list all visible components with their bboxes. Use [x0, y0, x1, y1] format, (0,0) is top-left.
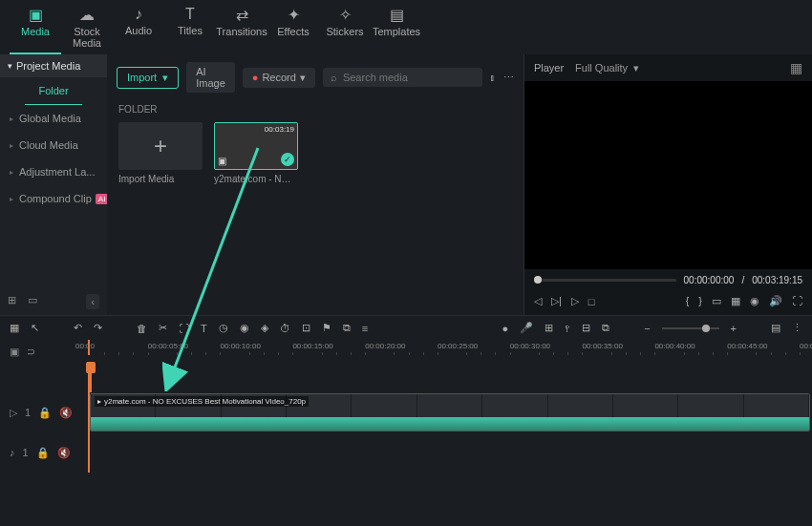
collapse-sidebar-icon[interactable]: ‹: [86, 294, 99, 309]
prev-frame-icon[interactable]: ◁: [534, 295, 542, 307]
zoom-in-icon[interactable]: +: [731, 323, 737, 334]
speed-icon[interactable]: ◷: [219, 322, 228, 334]
import-media-card[interactable]: + Import Media: [118, 122, 203, 184]
magnet-icon[interactable]: ⊃: [27, 346, 35, 358]
timeline-layout-icon[interactable]: ▣: [10, 346, 19, 358]
chevron-down-icon: ▾: [300, 72, 306, 84]
project-media-header[interactable]: ▾Project Media: [0, 54, 107, 77]
timeline-tracks: ▷ 1 🔒 🔇 ▸y2mate.com - NO EXCUSES Best Mo…: [0, 364, 812, 473]
ratio-icon[interactable]: ▭: [712, 295, 721, 307]
tab-audio[interactable]: ♪Audio: [113, 4, 164, 54]
zoom-out-icon[interactable]: −: [644, 323, 650, 334]
ruler-tick: 00:00:40:00: [654, 342, 694, 350]
group-icon[interactable]: ⧉: [343, 322, 351, 334]
crop-icon[interactable]: ⛶: [179, 323, 189, 334]
import-button[interactable]: Import▾: [117, 67, 179, 89]
voiceover-icon[interactable]: ●: [502, 323, 508, 334]
sidebar-item-cloud-media[interactable]: ▸Cloud Media: [0, 132, 107, 158]
camera-icon[interactable]: ◉: [750, 295, 759, 307]
record-button[interactable]: ●Record▾: [243, 68, 315, 88]
timeline-toolbar: ▦ ↖ ↶ ↷ 🗑 ✂ ⛶ T ◷ ◉ ◈ ⏱ ⊡ ⚑ ⧉ ≡ ● 🎤 ⊞ ⫯ …: [0, 315, 812, 340]
ruler-tick: 00:00:05:00: [148, 342, 188, 350]
more-icon[interactable]: ⋮: [792, 322, 802, 334]
play-back-icon[interactable]: ▷|: [551, 295, 562, 307]
playhead[interactable]: [90, 364, 92, 392]
adjust-icon[interactable]: ⫯: [565, 323, 570, 334]
new-folder-icon[interactable]: ⊞: [8, 294, 16, 309]
video-preview[interactable]: [524, 81, 812, 269]
video-clip[interactable]: ▸y2mate.com - NO EXCUSES Best Motivation…: [90, 393, 810, 431]
tab-stickers[interactable]: ✧Stickers: [319, 4, 371, 54]
cut-icon[interactable]: ✂: [159, 322, 167, 334]
marker-icon[interactable]: ⚑: [322, 322, 331, 334]
ruler-tick: 00:00:25:00: [438, 342, 478, 350]
sidebar-item-adjustment-layer[interactable]: ▸Adjustment La...: [0, 158, 107, 185]
titles-icon: T: [164, 6, 216, 23]
timer-icon[interactable]: ⏱: [280, 323, 290, 334]
tab-media[interactable]: ▣Media: [10, 4, 61, 54]
mixer-icon[interactable]: ⊞: [545, 322, 553, 334]
fit-icon[interactable]: ⊡: [302, 322, 310, 334]
mark-in-icon[interactable]: {: [686, 295, 690, 307]
zoom-slider[interactable]: [662, 327, 719, 329]
layout-icon[interactable]: ▦: [10, 322, 19, 334]
ruler-tick: 00:00:45:00: [727, 342, 767, 350]
redo-icon[interactable]: ↷: [94, 322, 102, 334]
play-icon[interactable]: ▷: [571, 295, 579, 307]
clip-type-icon: ▣: [218, 156, 226, 166]
scrubber[interactable]: [534, 279, 676, 282]
ruler-tick: 00:00: [75, 342, 95, 350]
stock-icon: ☁: [61, 6, 113, 24]
volume-icon[interactable]: 🔊: [769, 295, 782, 307]
lock-icon[interactable]: 🔒: [36, 447, 50, 459]
track-number: 1: [23, 447, 29, 458]
grid-icon[interactable]: ▦: [731, 295, 740, 307]
color-icon[interactable]: ◉: [240, 322, 249, 334]
sidebar-item-label: Cloud Media: [19, 139, 78, 151]
tab-effects[interactable]: ✦Effects: [267, 4, 319, 54]
mark-out-icon[interactable]: }: [698, 295, 702, 307]
ai-label: AI Image: [196, 66, 225, 89]
search-input[interactable]: [343, 72, 475, 83]
import-caption: Import Media: [118, 174, 203, 184]
track-icon[interactable]: ≡: [362, 323, 368, 334]
delete-icon[interactable]: 🗑: [137, 323, 147, 334]
snap-icon[interactable]: ⊟: [582, 322, 590, 334]
scrubber-knob[interactable]: [534, 276, 542, 284]
quality-select[interactable]: Full Quality▾: [575, 62, 639, 74]
ai-image-button[interactable]: AI Image: [186, 62, 235, 93]
link-icon[interactable]: ⧉: [602, 322, 609, 334]
search-icon: ⌕: [331, 72, 337, 83]
sidebar-item-global-media[interactable]: ▸Global Media: [0, 105, 107, 132]
chevron-down-icon: ▾: [8, 61, 12, 71]
tab-templates[interactable]: ▤Templates: [371, 4, 422, 54]
tab-label: Titles: [178, 25, 203, 36]
folder-icon[interactable]: ▭: [28, 294, 37, 309]
media-clip-card[interactable]: 00:03:19 ▣ ✓ y2mate.com - NO EXC...: [214, 122, 298, 184]
folder-tab[interactable]: Folder: [25, 77, 82, 105]
sidebar-item-compound-clip[interactable]: ▸Compound ClipAI: [0, 185, 107, 212]
search-box[interactable]: ⌕: [323, 68, 482, 87]
text-icon[interactable]: T: [201, 323, 207, 334]
fullscreen-icon[interactable]: ⛶: [792, 295, 802, 307]
tab-stock-media[interactable]: ☁Stock Media: [61, 4, 113, 54]
mute-icon[interactable]: 🔇: [57, 447, 71, 459]
filter-icon[interactable]: ⫾: [490, 72, 496, 83]
mic-icon[interactable]: 🎤: [520, 322, 533, 334]
mute-icon[interactable]: 🔇: [59, 407, 73, 419]
stop-icon[interactable]: □: [588, 296, 595, 307]
pointer-icon[interactable]: ↖: [31, 322, 39, 334]
chevron-right-icon: ▸: [10, 141, 13, 150]
lock-icon[interactable]: 🔒: [38, 407, 52, 419]
zoom-knob[interactable]: [702, 325, 710, 332]
timeline-ruler[interactable]: 00:0000:00:05:0000:00:10:0000:00:15:0000…: [88, 340, 812, 355]
sidebar: ▾Project Media Folder ▸Global Media ▸Clo…: [0, 54, 107, 315]
tab-titles[interactable]: TTitles: [164, 4, 216, 54]
view-icon[interactable]: ▤: [771, 322, 780, 334]
tab-transitions[interactable]: ⇄Transitions: [216, 4, 267, 54]
snapshot-icon[interactable]: ▦: [790, 60, 802, 75]
undo-icon[interactable]: ↶: [74, 322, 82, 334]
tab-label: Stock Media: [73, 26, 101, 49]
keyframe-icon[interactable]: ◈: [261, 322, 268, 334]
more-icon[interactable]: ⋯: [503, 72, 514, 84]
